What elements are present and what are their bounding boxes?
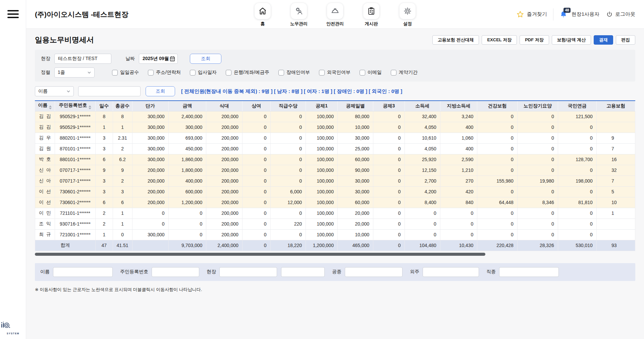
pdf-save-button[interactable]: PDF 저장	[520, 35, 549, 45]
cell-deduction-daily: 20,000	[337, 208, 373, 219]
date-label: 날짜	[125, 56, 135, 62]
cell-unit-price: 200,000	[132, 186, 168, 197]
table-row[interactable]: 이 선730601-2******33200,000600,000200,000…	[35, 186, 635, 197]
column-header-name[interactable]: 이름	[35, 101, 55, 111]
logout-button[interactable]: 로그아웃	[606, 11, 635, 18]
form-label-outsourcing: 외주	[410, 269, 419, 275]
form-input-site[interactable]	[219, 267, 277, 277]
filter-panel: 현장 날짜 조회 정렬	[35, 50, 635, 82]
form-input-name[interactable]	[53, 267, 113, 277]
form-input-job-type[interactable]	[499, 267, 559, 277]
nav-item-settings[interactable]: 설정	[397, 3, 418, 27]
notification-button[interactable]: 48	[559, 10, 568, 18]
cell-deduction-daily: 10,000	[337, 122, 373, 133]
checkbox-option-1[interactable]: 일일공수	[112, 69, 139, 76]
cell-days: 6	[96, 154, 113, 165]
search-row: 이름 조회 [ 전체인원(현장내 이동 중복 제외) : 9명 ] [ 남자 :…	[35, 86, 635, 96]
cell-deduction1: 100,000	[306, 122, 338, 133]
approve-button[interactable]: 결재	[594, 35, 613, 45]
bulletin-board-icon	[363, 3, 379, 19]
form-input-work-type[interactable]	[345, 267, 402, 277]
employment-insurance-transfer-button[interactable]: 고용보험 전산대체	[432, 35, 479, 45]
cell-deduction3: 0	[373, 165, 405, 176]
cell-name: 신 아	[35, 176, 55, 186]
checkbox-option-3[interactable]: 입사일자	[190, 69, 217, 76]
action-buttons: 고용보험 전산대체EXCEL 저장PDF 저장보험/금액 계산결재편집	[432, 35, 635, 45]
cell-amount: 0	[168, 208, 206, 219]
cell-deduction1: 100,000	[306, 197, 338, 208]
table-row[interactable]: 이 민721101-1******2100200,00000100,00020,…	[35, 208, 635, 219]
search-button[interactable]: 조회	[146, 86, 175, 96]
cell-meal: 200,000	[206, 219, 242, 229]
chevron-down-icon	[87, 70, 91, 75]
column-header-resident-no[interactable]: 주민등록번호	[55, 101, 95, 111]
checkbox-icon	[148, 70, 154, 76]
user-name[interactable]: 현장1사용자	[572, 11, 599, 17]
search-input[interactable]	[78, 86, 141, 96]
cell-national-pension: 0	[558, 208, 596, 219]
checkbox-option-8[interactable]: 계약기간	[391, 69, 418, 76]
edit-button[interactable]: 편집	[616, 35, 635, 45]
cell-resident-no: 730601-2******	[55, 197, 95, 208]
table-row[interactable]: 김 김950529-1******11300,000300,000200,000…	[35, 122, 635, 133]
checkbox-option-2[interactable]: 주소/연락처	[148, 69, 181, 76]
table-row[interactable]: 박 호880101-1******66.2300,0001,860,000200…	[35, 154, 635, 165]
cell-local-income-tax: 840	[440, 197, 477, 208]
cell-position-allowance: 0	[270, 111, 306, 122]
date-input[interactable]	[139, 54, 178, 64]
cell-amount: 693,000	[168, 133, 206, 143]
cell-bonus: 0	[242, 165, 270, 176]
checkbox-option-6[interactable]: 외국인여부	[319, 69, 351, 76]
total-cell-unit-price	[132, 240, 168, 251]
cell-total-gongsu: 1	[113, 219, 132, 229]
excel-save-button[interactable]: EXCEL 저장	[482, 35, 517, 45]
checkbox-option-4[interactable]: 은행/계좌/예금주	[226, 69, 269, 76]
table-row[interactable]: 김 김950529-1******88300,0002,400,000200,0…	[35, 111, 635, 122]
cell-national-pension: 81,810	[558, 197, 596, 208]
hamburger-menu-icon[interactable]	[7, 10, 19, 18]
cell-meal: 200,000	[206, 197, 242, 208]
form-input-resident-no[interactable]	[152, 267, 199, 277]
favorites-button[interactable]: 즐겨찾기	[516, 10, 547, 18]
horizontal-scrollbar-thumb[interactable]	[35, 253, 485, 256]
form-input-site2[interactable]	[281, 267, 325, 277]
table-row[interactable]: 김 우880201-1******32.31300,000693,000200,…	[35, 133, 635, 143]
cell-total-gongsu: 1	[113, 208, 132, 219]
nav-item-labor[interactable]: 노무관리	[288, 3, 310, 27]
table-row[interactable]: 최 규721001-1******10300,0000200,00000100,…	[35, 229, 635, 240]
checkbox-icon	[319, 70, 325, 76]
cell-deduction1: 100,000	[306, 186, 338, 197]
cell-total-gongsu: 9	[113, 165, 132, 176]
table-row[interactable]: 신 아070717-1******99200,0001,800,000200,0…	[35, 165, 635, 176]
total-cell-meal: 2,400,000	[206, 240, 242, 251]
cell-income-tax: 32,400	[405, 111, 440, 122]
insurance-amount-calc-button[interactable]: 보험/금액 계산	[552, 35, 591, 45]
sort-select-value: 1줄	[58, 69, 65, 76]
table-row[interactable]: 조 익930716-1******2100200,0000220100,0002…	[35, 219, 635, 229]
table-row[interactable]: 이 선730601-2******66200,0001,200,000200,0…	[35, 197, 635, 208]
nav-item-safety[interactable]: 안전관리	[324, 3, 346, 27]
search-field-select[interactable]: 이름	[35, 86, 74, 96]
table-row[interactable]: 신 아070717-1******32200,000400,000200,000…	[35, 176, 635, 186]
home-icon	[255, 3, 271, 19]
cell-employment-insurance: 7	[596, 143, 635, 154]
cell-position-allowance: 0	[270, 143, 306, 154]
total-cell-national-pension: 530,010	[558, 240, 596, 251]
site-input[interactable]	[54, 54, 111, 64]
cell-longterm-care: 0	[517, 111, 558, 122]
column-header-meal: 식대	[206, 101, 242, 111]
checkbox-option-7[interactable]: 이메일	[360, 69, 382, 76]
cell-deduction-daily: 30,000	[337, 176, 373, 186]
sort-select[interactable]: 1줄	[54, 67, 95, 78]
app-bar: (주)아이오시스템 -테스트현장 홈노무관리안전관리게시판설정 즐겨찾기	[26, 0, 644, 29]
nav-item-board[interactable]: 게시판	[361, 3, 382, 27]
checkbox-option-5[interactable]: 장애인여부	[278, 69, 310, 76]
sort-icon	[49, 105, 52, 109]
nav-item-home[interactable]: 홈	[252, 3, 273, 27]
form-input-outsourcing[interactable]	[423, 267, 479, 277]
site-search-button[interactable]: 조회	[190, 54, 221, 64]
nav-item-label: 게시판	[365, 21, 378, 27]
table-row[interactable]: 김 원870101-1******32300,000450,000200,000…	[35, 143, 635, 154]
cell-days: 1	[96, 229, 113, 240]
column-header-deduction1: 공제1	[306, 101, 338, 111]
